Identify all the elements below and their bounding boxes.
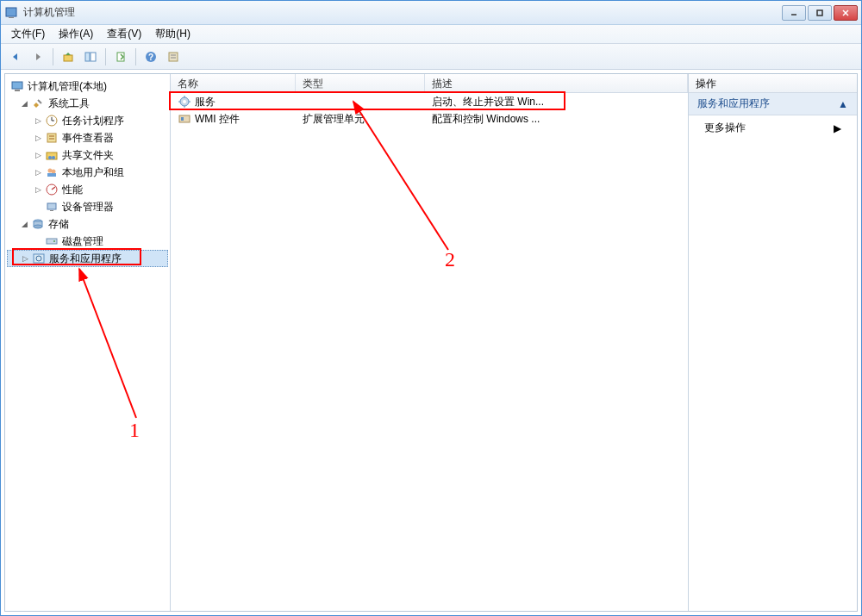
expand-icon[interactable]: ▷: [33, 134, 43, 142]
expand-icon[interactable]: ▷: [33, 151, 43, 159]
wmi-icon: [178, 112, 191, 126]
tree-label: 任务计划程序: [60, 114, 126, 128]
svg-rect-8: [91, 53, 96, 61]
svg-rect-42: [179, 115, 190, 122]
menu-action[interactable]: 操作(A): [52, 25, 100, 43]
collapse-icon[interactable]: ◢: [19, 99, 29, 108]
tree-label: 系统工具: [47, 96, 91, 111]
tree-performance[interactable]: ▷ 性能: [7, 181, 168, 198]
svg-rect-36: [47, 239, 57, 244]
actions-more-label: 更多操作: [704, 121, 746, 135]
tree-event-viewer[interactable]: ▷ 事件查看器: [7, 129, 168, 146]
svg-rect-7: [85, 53, 90, 61]
tree-label: 性能: [60, 183, 84, 197]
svg-rect-3: [817, 10, 822, 16]
show-hide-tree-button[interactable]: [81, 47, 100, 66]
maximize-button[interactable]: [808, 5, 832, 21]
toolbar: ?: [1, 44, 861, 70]
svg-rect-16: [15, 90, 20, 91]
actions-section[interactable]: 服务和应用程序 ▲: [689, 93, 857, 115]
tree-system-tools[interactable]: ◢ 系统工具: [7, 95, 168, 112]
forward-button[interactable]: [28, 47, 47, 66]
tree-device-manager[interactable]: 设备管理器: [7, 198, 168, 215]
list-panel: 名称 类型 描述 服务 启动、终止并设置 Win... WMI 控件: [171, 74, 689, 611]
help-button[interactable]: ?: [141, 47, 160, 66]
event-icon: [45, 131, 59, 145]
svg-point-27: [52, 170, 56, 174]
tree-panel[interactable]: 计算机管理(本地) ◢ 系统工具 ▷ 任务计划程序 ▷ 事件查看器 ▷ 共享文件…: [5, 74, 171, 611]
clock-icon: [45, 114, 59, 128]
window-controls: [782, 5, 858, 21]
tree-root[interactable]: 计算机管理(本地): [7, 78, 168, 95]
tree-root-label: 计算机管理(本地): [26, 79, 109, 94]
tree-services-apps[interactable]: ▷ 服务和应用程序: [7, 250, 168, 267]
menubar: 文件(F) 操作(A) 查看(V) 帮助(H): [1, 25, 861, 44]
toolbar-separator: [105, 48, 106, 65]
svg-rect-28: [47, 173, 56, 177]
menu-help[interactable]: 帮助(H): [148, 25, 197, 43]
tree-label: 服务和应用程序: [47, 252, 123, 266]
svg-rect-23: [47, 152, 57, 159]
titlebar: 计算机管理: [1, 1, 861, 25]
svg-text:?: ?: [148, 53, 153, 62]
services-icon: [32, 252, 46, 265]
back-button[interactable]: [6, 47, 25, 66]
svg-rect-0: [6, 8, 16, 16]
expand-icon[interactable]: ▷: [20, 254, 30, 263]
cell-name: WMI 控件: [195, 112, 240, 127]
actions-more[interactable]: 更多操作 ▶: [689, 115, 857, 140]
svg-rect-43: [181, 117, 184, 121]
actions-section-label: 服务和应用程序: [697, 96, 770, 111]
cell-type: 扩展管理单元: [303, 112, 365, 127]
list-body[interactable]: 服务 启动、终止并设置 Win... WMI 控件 扩展管理单元 配置和控制 W…: [171, 93, 688, 611]
tree-storage[interactable]: ◢ 存储: [7, 215, 168, 233]
window-title: 计算机管理: [23, 5, 782, 20]
tree-local-users[interactable]: ▷ 本地用户和组: [7, 164, 168, 181]
svg-rect-6: [64, 55, 72, 61]
tree-disk-management[interactable]: 磁盘管理: [7, 233, 168, 250]
users-icon: [45, 165, 59, 179]
close-button[interactable]: [834, 5, 858, 21]
svg-point-24: [48, 156, 52, 159]
content-area: 计算机管理(本地) ◢ 系统工具 ▷ 任务计划程序 ▷ 事件查看器 ▷ 共享文件…: [4, 73, 858, 612]
column-description[interactable]: 描述: [425, 74, 688, 92]
list-row-wmi[interactable]: WMI 控件 扩展管理单元 配置和控制 Windows ...: [171, 110, 688, 128]
disk-icon: [45, 234, 59, 248]
properties-button[interactable]: [164, 47, 183, 66]
tools-icon: [31, 96, 45, 110]
minimize-button[interactable]: [782, 5, 806, 21]
cell-description: 启动、终止并设置 Win...: [432, 95, 544, 109]
actions-panel: 操作 服务和应用程序 ▲ 更多操作 ▶: [689, 74, 857, 611]
expand-icon[interactable]: ▷: [33, 168, 43, 177]
tree-task-scheduler[interactable]: ▷ 任务计划程序: [7, 112, 168, 129]
device-icon: [45, 200, 59, 214]
gear-icon: [178, 95, 191, 109]
svg-point-25: [52, 156, 55, 159]
tree-label: 事件查看器: [60, 131, 116, 146]
menu-file[interactable]: 文件(F): [4, 25, 52, 43]
app-icon: [4, 6, 18, 20]
collapse-icon[interactable]: ◢: [19, 220, 29, 228]
cell-description: 配置和控制 Windows ...: [432, 112, 540, 127]
menu-view[interactable]: 查看(V): [100, 25, 148, 43]
list-row-services[interactable]: 服务 启动、终止并设置 Win...: [171, 93, 688, 110]
performance-icon: [45, 183, 59, 196]
tree-label: 磁盘管理: [60, 234, 105, 249]
svg-rect-15: [12, 82, 22, 89]
up-button[interactable]: [59, 47, 78, 66]
svg-point-41: [183, 100, 186, 103]
expand-icon[interactable]: ▷: [33, 116, 43, 125]
export-button[interactable]: [111, 47, 130, 66]
tree-shared-folders[interactable]: ▷ 共享文件夹: [7, 146, 168, 164]
tree-label: 本地用户和组: [60, 165, 126, 180]
list-header: 名称 类型 描述: [171, 74, 688, 93]
column-name[interactable]: 名称: [171, 74, 296, 92]
app-window: 计算机管理 文件(F) 操作(A) 查看(V) 帮助(H) ? 计算机管理(本: [0, 0, 862, 616]
tree-label: 共享文件夹: [60, 148, 116, 163]
svg-point-35: [34, 225, 42, 228]
tree-label: 存储: [47, 217, 71, 232]
svg-rect-31: [47, 203, 56, 209]
computer-management-icon: [10, 79, 24, 93]
column-type[interactable]: 类型: [296, 74, 425, 92]
expand-icon[interactable]: ▷: [33, 185, 43, 194]
